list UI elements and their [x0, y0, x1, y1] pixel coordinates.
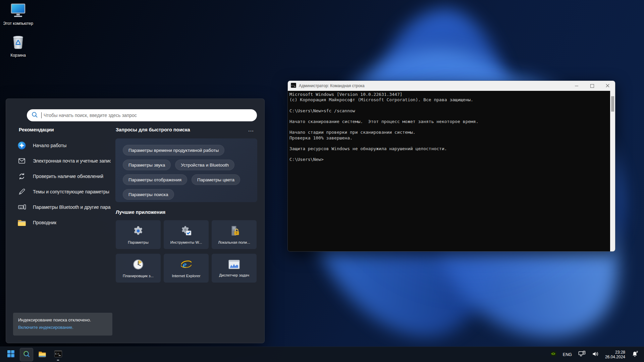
close-icon: [606, 83, 609, 89]
recommendation-label: Темы и сопутствующие параметры: [33, 189, 109, 194]
desktop-icon-label: Этот компьютер: [3, 21, 33, 26]
quick-search-pill[interactable]: Параметры поиска: [123, 189, 174, 200]
search-input[interactable]: [43, 112, 252, 118]
themes-pen-icon: [17, 187, 26, 196]
get-started-icon: [17, 141, 26, 150]
quick-searches-more-button[interactable]: ...: [245, 126, 258, 134]
indexing-notice-message: Индексирование поиска отключено.: [18, 317, 107, 323]
desktop-screen: Этот компьютер Корзина: [0, 0, 644, 362]
task-scheduler-icon: [132, 259, 144, 272]
quick-search-row: Параметры отображения Параметры цвета: [123, 174, 257, 185]
app-label: Локальная поли...: [218, 240, 250, 244]
app-label: Планировщик з...: [123, 274, 154, 278]
internet-explorer-icon: e: [180, 259, 192, 272]
clock-date: 26.04.2024: [605, 355, 625, 359]
recommendation-label: Электронная почта и учетные записи: [33, 158, 111, 164]
console-output: Microsoft Windows [Version 10.0.22631.34…: [289, 92, 609, 251]
svg-text:C:\: C:\: [55, 353, 59, 355]
recommendation-mail-accounts[interactable]: Электронная почта и учетные записи: [13, 153, 115, 169]
task-manager-icon: [228, 259, 240, 271]
app-label: Инструменты W...: [170, 240, 202, 244]
recycle-bin-icon: [11, 34, 25, 51]
mail-icon: [17, 157, 26, 165]
windows-tools-icon: [180, 225, 192, 238]
top-apps-title: Лучшие приложения: [116, 209, 165, 215]
system-tray: ENG: [550, 348, 641, 361]
app-label: Internet Explorer: [172, 274, 200, 278]
recommendation-label: Проводник: [33, 220, 56, 225]
network-button[interactable]: [578, 348, 586, 361]
desktop-icon-label: Корзина: [10, 53, 26, 58]
search-box[interactable]: [27, 109, 257, 121]
app-tile-local-policy[interactable]: Локальная поли...: [212, 220, 257, 249]
app-tile-task-manager[interactable]: Диспетчер задач: [212, 254, 257, 283]
file-explorer-button[interactable]: [36, 348, 49, 361]
app-tile-windows-tools[interactable]: Инструменты W...: [164, 220, 209, 249]
cmd-taskbar-button[interactable]: C:\: [51, 348, 65, 361]
local-policy-icon: [228, 225, 240, 238]
console-scrollbar[interactable]: [610, 91, 615, 251]
cmd-window-title: Администратор: Командная строка: [299, 83, 365, 88]
close-button[interactable]: [600, 81, 615, 91]
app-label: Диспетчер задач: [219, 273, 249, 277]
app-tile-task-scheduler[interactable]: Планировщик з...: [116, 254, 161, 283]
cmd-window: C:\ Администратор: Командная строка: [287, 80, 615, 252]
search-icon: [32, 112, 38, 119]
recommendation-themes[interactable]: Темы и сопутствующие параметры: [13, 184, 115, 199]
quick-searches-card: Параметры времени продуктивной работы Па…: [115, 138, 257, 202]
app-tile-internet-explorer[interactable]: e Internet Explorer: [164, 254, 209, 283]
search-flyout-panel: Рекомендации Начало работы: [6, 99, 265, 343]
window-controls: [569, 81, 615, 91]
taskbar-search-button[interactable]: [20, 348, 33, 361]
recommendation-label: Проверить наличие обновлений: [33, 174, 103, 179]
recommendation-get-started[interactable]: Начало работы: [13, 138, 115, 153]
quick-search-pill[interactable]: Параметры звука: [123, 160, 171, 170]
taskbar: C:\ ENG: [0, 347, 644, 362]
cmd-titlebar[interactable]: C:\ Администратор: Командная строка: [288, 81, 615, 91]
text-caret: [41, 112, 42, 118]
volume-button[interactable]: [591, 348, 599, 361]
quick-search-pill[interactable]: Параметры времени продуктивной работы: [123, 145, 224, 156]
top-apps-grid: Параметры Инструменты W...: [116, 220, 257, 283]
folder-icon: [17, 218, 26, 227]
app-label: Параметры: [128, 240, 148, 244]
desktop-icon-this-pc[interactable]: Этот компьютер: [2, 3, 34, 26]
desktop-icons: Этот компьютер Корзина: [2, 3, 34, 58]
recommendation-check-updates[interactable]: Проверить наличие обновлений: [13, 169, 115, 184]
quick-search-row: Параметры времени продуктивной работы: [123, 145, 257, 156]
settings-gear-icon: [132, 225, 144, 238]
quick-search-row: Параметры звука Устройства и Bluetooth: [123, 160, 257, 170]
maximize-icon: [590, 84, 594, 88]
indexing-notice: Индексирование поиска отключено. Включит…: [13, 313, 112, 336]
scrollbar-thumb[interactable]: [611, 96, 614, 112]
clock-time: 23:28: [605, 350, 625, 355]
recommendation-file-explorer[interactable]: Проводник: [13, 215, 115, 230]
nvidia-tray-icon: [551, 351, 556, 358]
start-icon: [7, 350, 14, 359]
console-area[interactable]: Microsoft Windows [Version 10.0.22631.34…: [288, 91, 615, 251]
nvidia-tray-button[interactable]: [550, 348, 557, 361]
app-tile-settings[interactable]: Параметры: [116, 220, 161, 249]
desktop-icon-recycle-bin[interactable]: Корзина: [2, 34, 34, 58]
minimize-button[interactable]: [569, 81, 584, 91]
svg-text:C:\: C:\: [291, 84, 295, 86]
notifications-button[interactable]: [631, 348, 639, 361]
recommendations-title: Рекомендации: [19, 127, 54, 132]
quick-search-pill[interactable]: Параметры отображения: [123, 174, 187, 185]
start-button[interactable]: [4, 348, 17, 361]
maximize-button[interactable]: [584, 81, 600, 91]
cmd-icon: C:\: [291, 83, 296, 89]
updates-icon: [17, 172, 26, 181]
recommendation-bluetooth-devices[interactable]: Параметры Bluetooth и другие пара...: [13, 199, 115, 215]
quick-search-pill[interactable]: Параметры цвета: [192, 174, 240, 185]
quick-search-pill[interactable]: Устройства и Bluetooth: [175, 160, 234, 170]
clock[interactable]: 23:28 26.04.2024: [604, 348, 626, 361]
network-icon: [578, 351, 586, 358]
recommendation-label: Параметры Bluetooth и другие пара...: [33, 204, 111, 210]
enable-indexing-link[interactable]: Включите индексирование.: [18, 325, 73, 330]
taskbar-buttons: C:\: [4, 348, 65, 361]
quick-search-row: Параметры поиска: [123, 189, 257, 200]
recommendation-label: Начало работы: [33, 143, 66, 148]
language-indicator[interactable]: ENG: [562, 348, 573, 361]
bell-dnd-icon: [632, 351, 639, 359]
